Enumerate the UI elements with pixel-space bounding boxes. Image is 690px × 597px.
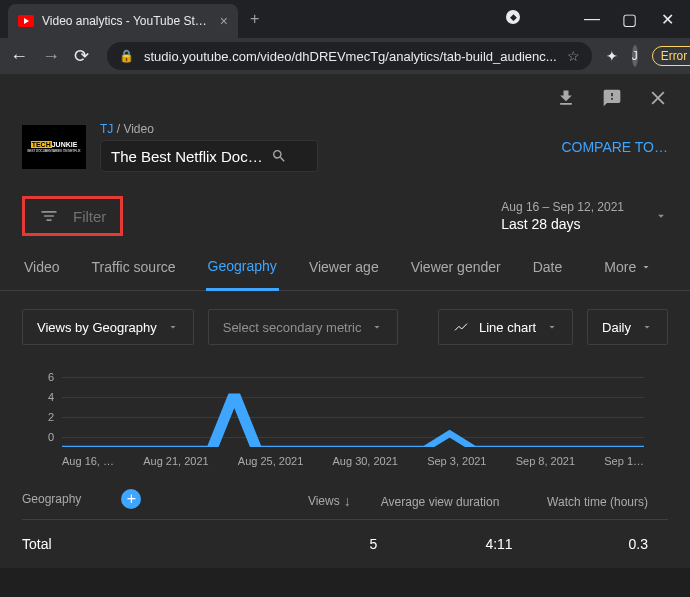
close-panel-icon[interactable] xyxy=(648,88,668,108)
url-box[interactable]: 🔒 studio.youtube.com/video/dhDREVmecTg/a… xyxy=(107,42,592,70)
filter-icon xyxy=(39,206,59,226)
granularity-selector[interactable]: Daily xyxy=(587,309,668,345)
url-text: studio.youtube.com/video/dhDREVmecTg/ana… xyxy=(144,49,557,64)
tab-title: Video analytics - YouTube Studio xyxy=(42,14,212,28)
date-period-text: Last 28 days xyxy=(501,216,624,232)
sort-desc-icon: ↓ xyxy=(344,493,351,509)
tab-viewer-age[interactable]: Viewer age xyxy=(307,245,381,289)
chart-series xyxy=(62,367,644,447)
filter-placeholder: Filter xyxy=(73,208,106,225)
browser-titlebar: Video analytics - YouTube Studio × + ◆ —… xyxy=(0,0,690,38)
y-tick: 6 xyxy=(40,371,54,383)
forward-button[interactable]: → xyxy=(42,46,60,67)
chart-type-selector[interactable]: Line chart xyxy=(438,309,573,345)
table-row: Total 5 4:11 0.3 xyxy=(22,520,668,568)
x-tick: Aug 30, 2021 xyxy=(333,455,398,467)
page-content: TECHJUNKIE BEST DOCUMENTARIES ON NETFLIX… xyxy=(0,74,690,568)
x-tick: Aug 25, 2021 xyxy=(238,455,303,467)
close-button[interactable]: ✕ xyxy=(660,10,674,29)
add-column-button[interactable]: + xyxy=(121,489,141,509)
identity-icon[interactable]: ◆ xyxy=(506,10,520,24)
tab-date[interactable]: Date xyxy=(531,245,565,289)
cell-watch-time: 0.3 xyxy=(533,536,668,552)
cell-geography: Total xyxy=(22,536,262,552)
youtube-icon xyxy=(18,15,34,27)
video-thumbnail[interactable]: TECHJUNKIE BEST DOCUMENTARIES ON NETFLIX xyxy=(22,125,86,169)
breadcrumb: TJ / Video xyxy=(100,122,318,136)
chevron-down-icon xyxy=(371,321,383,333)
x-tick: Aug 21, 2021 xyxy=(143,455,208,467)
filter-input[interactable]: Filter xyxy=(22,196,123,236)
tab-more[interactable]: More xyxy=(602,245,654,289)
back-button[interactable]: ← xyxy=(10,46,28,67)
extensions-icon[interactable]: ✦ xyxy=(606,48,618,64)
download-icon[interactable] xyxy=(556,88,576,108)
line-chart-icon xyxy=(453,319,469,335)
date-range-text: Aug 16 – Sep 12, 2021 xyxy=(501,200,624,214)
browser-tab[interactable]: Video analytics - YouTube Studio × xyxy=(8,4,238,38)
chevron-down-icon xyxy=(641,321,653,333)
error-badge[interactable]: Error⋮ xyxy=(652,46,690,66)
breadcrumb-channel[interactable]: TJ xyxy=(100,122,113,136)
date-range-picker[interactable]: Aug 16 – Sep 12, 2021 Last 28 days xyxy=(501,200,668,232)
data-table: Geography + Views↓ Average view duration… xyxy=(0,489,690,568)
tab-viewer-gender[interactable]: Viewer gender xyxy=(409,245,503,289)
tab-video[interactable]: Video xyxy=(22,245,62,289)
y-tick: 2 xyxy=(40,411,54,423)
feedback-icon[interactable] xyxy=(602,88,622,108)
y-tick: 4 xyxy=(40,391,54,403)
chevron-down-icon xyxy=(654,209,668,223)
profile-avatar[interactable]: J xyxy=(632,45,638,67)
x-tick: Sep 8, 2021 xyxy=(516,455,575,467)
compare-button[interactable]: COMPARE TO… xyxy=(561,139,668,155)
video-title: The Best Netflix Doc… xyxy=(111,148,263,165)
maximize-button[interactable]: ▢ xyxy=(622,10,636,29)
analytics-tabs: Video Traffic source Geography Viewer ag… xyxy=(0,244,690,291)
column-header-avg-duration[interactable]: Average view duration xyxy=(371,495,520,509)
cell-views: 5 xyxy=(262,536,397,552)
line-chart: 6 4 2 0 Aug 16, … Aug 21, 2021 Aug 25, 2… xyxy=(0,363,690,473)
tab-close-icon[interactable]: × xyxy=(220,13,228,29)
column-header-watch-time[interactable]: Watch time (hours) xyxy=(519,495,668,509)
tab-traffic-source[interactable]: Traffic source xyxy=(90,245,178,289)
x-tick: Sep 1… xyxy=(604,455,644,467)
video-header: TECHJUNKIE BEST DOCUMENTARIES ON NETFLIX… xyxy=(0,116,690,186)
new-tab-button[interactable]: + xyxy=(250,10,259,28)
cell-avg-duration: 4:11 xyxy=(397,536,532,552)
secondary-metric-selector[interactable]: Select secondary metric xyxy=(208,309,399,345)
minimize-button[interactable]: — xyxy=(584,10,598,29)
address-bar: ← → ⟳ 🔒 studio.youtube.com/video/dhDREVm… xyxy=(0,38,690,74)
lock-icon: 🔒 xyxy=(119,49,134,63)
star-icon[interactable]: ☆ xyxy=(567,48,580,64)
column-header-geography[interactable]: Geography xyxy=(22,492,81,506)
y-tick: 0 xyxy=(40,431,54,443)
chevron-down-icon xyxy=(167,321,179,333)
tab-geography[interactable]: Geography xyxy=(206,244,279,291)
x-tick: Sep 3, 2021 xyxy=(427,455,486,467)
chevron-down-icon xyxy=(546,321,558,333)
column-header-views[interactable]: Views↓ xyxy=(222,493,371,509)
x-tick: Aug 16, … xyxy=(62,455,114,467)
primary-metric-selector[interactable]: Views by Geography xyxy=(22,309,194,345)
chevron-down-icon xyxy=(640,261,652,273)
reload-button[interactable]: ⟳ xyxy=(74,45,89,67)
search-icon xyxy=(271,148,287,164)
video-title-selector[interactable]: The Best Netflix Doc… xyxy=(100,140,318,172)
breadcrumb-video: Video xyxy=(123,122,153,136)
